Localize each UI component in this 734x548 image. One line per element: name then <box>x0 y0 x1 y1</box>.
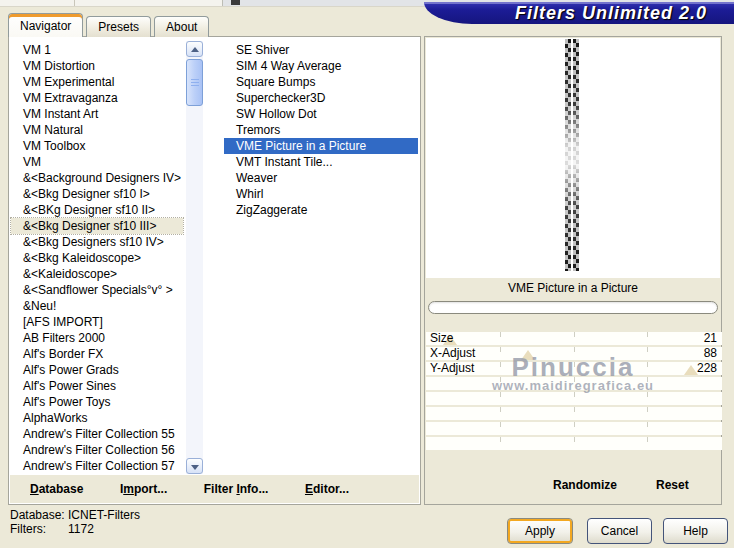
editor-button[interactable]: Editor... <box>305 482 349 496</box>
scrollbar-thumb[interactable] <box>186 59 203 106</box>
slider-label: Y-Adjust <box>430 362 474 375</box>
filter-item[interactable]: VMT Instant Tile... <box>224 154 418 170</box>
category-item[interactable]: &<Bkg Kaleidoscope> <box>11 250 183 266</box>
window-artifact <box>231 0 240 5</box>
category-item[interactable]: VM Experimental <box>11 74 183 90</box>
filter-item[interactable]: Square Bumps <box>224 74 418 90</box>
filter-item[interactable]: Whirl <box>224 186 418 202</box>
filter-info-button[interactable]: Filter Info... <box>204 482 269 496</box>
category-scrollbar[interactable] <box>186 41 203 474</box>
category-item[interactable]: VM Extravaganza <box>11 90 183 106</box>
slider-row-empty <box>426 377 722 390</box>
category-item[interactable]: &<Kaleidoscope> <box>11 266 183 282</box>
slider-row-empty <box>426 437 722 450</box>
category-item[interactable]: Andrew's Filter Collection 57 <box>11 458 183 474</box>
apply-button[interactable]: Apply <box>507 518 573 544</box>
category-list[interactable]: VM 1VM DistortionVM ExperimentalVM Extra… <box>11 42 183 474</box>
database-label: Database: <box>10 508 68 522</box>
filter-item[interactable]: VME Picture in a Picture <box>224 138 418 154</box>
cancel-button[interactable]: Cancel <box>587 518 652 544</box>
filter-item[interactable]: Weaver <box>224 170 418 186</box>
app-title: Filters Unlimited 2.0 <box>496 3 726 24</box>
slider-row-size[interactable]: Size21 <box>426 332 722 345</box>
tab-presets[interactable]: Presets <box>86 16 151 37</box>
category-item[interactable]: Alf's Power Toys <box>11 394 183 410</box>
filter-item[interactable]: ZigZaggerate <box>224 202 418 218</box>
lists-panel: VM 1VM DistortionVM ExperimentalVM Extra… <box>8 36 421 505</box>
filter-item[interactable]: SIM 4 Way Average <box>224 58 418 74</box>
filter-item[interactable]: SW Hollow Dot <box>224 106 418 122</box>
category-item[interactable]: &<Bkg Designers sf10 IV> <box>11 234 183 250</box>
category-item[interactable]: &<Bkg Designer sf10 III> <box>11 218 183 234</box>
slider-row-empty <box>426 392 722 405</box>
category-item[interactable]: AB Filters 2000 <box>11 330 183 346</box>
arrow-down-icon <box>191 465 199 470</box>
category-item[interactable]: &Neu! <box>11 298 183 314</box>
category-item[interactable]: VM <box>11 154 183 170</box>
randomize-button[interactable]: Randomize <box>553 478 617 492</box>
category-item[interactable]: &<Background Designers IV> <box>11 170 183 186</box>
thumb-grip-icon <box>191 79 199 80</box>
category-item[interactable]: VM 1 <box>11 42 183 58</box>
category-item[interactable]: VM Instant Art <box>11 106 183 122</box>
library-toolbar: DatabaseImport...Filter Info...Editor... <box>10 474 419 503</box>
category-item[interactable]: AlphaWorks <box>11 410 183 426</box>
preview-panel: VME Picture in a Picture Size21X-Adjust8… <box>424 36 722 505</box>
category-item[interactable]: &<Bkg Designer sf10 I> <box>11 186 183 202</box>
tab-about[interactable]: About <box>154 16 209 37</box>
slider-label: Size <box>430 332 453 345</box>
filter-list[interactable]: SE ShiverSIM 4 Way AverageSquare BumpsSu… <box>224 42 418 218</box>
category-item[interactable]: &<Sandflower Specials°v° > <box>11 282 183 298</box>
slider-marker-icon[interactable] <box>684 365 698 375</box>
category-item[interactable]: &<BKg Designer sf10 II> <box>11 202 183 218</box>
scroll-down-button[interactable] <box>186 458 203 474</box>
category-item[interactable]: VM Toolbox <box>11 138 183 154</box>
category-item[interactable]: Alf's Border FX <box>11 346 183 362</box>
slider-row-y-adjust[interactable]: Y-Adjust228 <box>426 362 722 375</box>
database-value: ICNET-Filters <box>68 508 140 522</box>
help-button[interactable]: Help <box>663 518 728 544</box>
filter-item[interactable]: Tremors <box>224 122 418 138</box>
category-item[interactable]: Alf's Power Sines <box>11 378 183 394</box>
slider-value: 228 <box>697 362 717 375</box>
tab-bar: NavigatorPresetsAbout <box>8 13 212 37</box>
category-item[interactable]: Andrew's Filter Collection 55 <box>11 426 183 442</box>
database-button[interactable]: Database <box>30 482 83 496</box>
title-banner: Filters Unlimited 2.0 <box>424 2 734 24</box>
category-item[interactable]: VM Natural <box>11 122 183 138</box>
arrow-up-icon <box>191 47 199 52</box>
category-item[interactable]: Andrew's Filter Collection 56 <box>11 442 183 458</box>
status-area: Database: ICNET-Filters Filters: 1172 <box>10 508 140 536</box>
slider-value: 88 <box>704 347 717 360</box>
scroll-up-button[interactable] <box>186 41 203 57</box>
filters-label: Filters: <box>10 522 68 536</box>
tab-navigator[interactable]: Navigator <box>8 13 83 37</box>
slider-row-empty <box>426 422 722 435</box>
category-item[interactable]: Alf's Power Grads <box>11 362 183 378</box>
filter-item[interactable]: Superchecker3D <box>224 90 418 106</box>
slider-label: X-Adjust <box>430 347 475 360</box>
slider-row-x-adjust[interactable]: X-Adjust88 <box>426 347 722 360</box>
parameter-sliders: Size21X-Adjust88Y-Adjust228 <box>426 37 722 504</box>
slider-value: 21 <box>704 332 717 345</box>
filter-item[interactable]: SE Shiver <box>224 42 418 58</box>
filters-value: 1172 <box>68 522 94 536</box>
category-item[interactable]: [AFS IMPORT] <box>11 314 183 330</box>
slider-row-empty <box>426 407 722 420</box>
import-button[interactable]: Import... <box>120 482 167 496</box>
reset-button[interactable]: Reset <box>656 478 689 492</box>
slider-marker-icon[interactable] <box>521 350 535 360</box>
category-item[interactable]: VM Distortion <box>11 58 183 74</box>
